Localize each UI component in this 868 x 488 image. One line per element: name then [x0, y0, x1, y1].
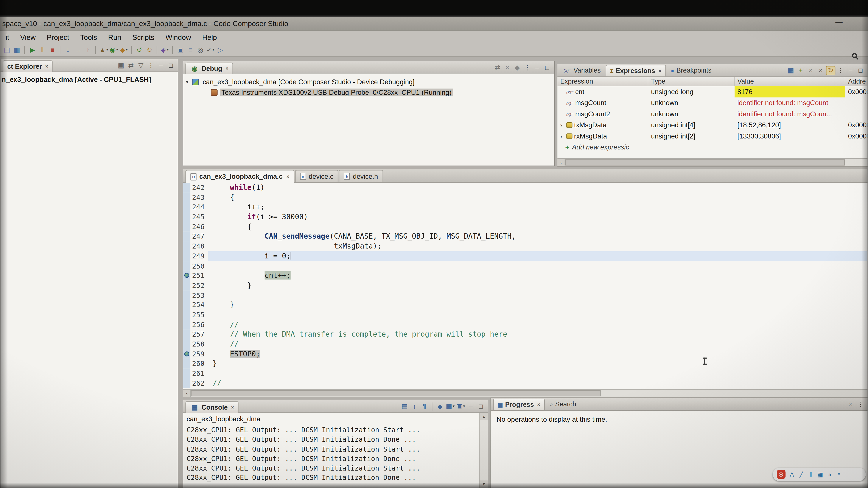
expressions-hscrollbar[interactable]: ‹ [557, 158, 867, 166]
code-line-247[interactable]: 247 CAN_sendMessage(CANA_BASE, TX_MSG_OB… [183, 232, 868, 241]
scroll-lock-icon[interactable]: ↕ [410, 402, 420, 411]
breakpoint-margin[interactable] [183, 330, 190, 339]
menu-it[interactable]: it [0, 32, 14, 42]
breakpoint-margin[interactable] [183, 290, 190, 300]
minimize-icon[interactable]: – [156, 61, 166, 70]
code-line-245[interactable]: 245 if(i >= 30000) [183, 212, 868, 222]
breakpoint-margin[interactable] [183, 192, 190, 202]
code-line-253[interactable]: 253 [183, 290, 868, 300]
code-line-249[interactable]: 249 i = 0; [183, 251, 868, 261]
menu-project[interactable]: Project [41, 32, 74, 42]
breakpoint-margin[interactable] [183, 222, 190, 232]
breakpoint-margin[interactable] [183, 261, 190, 271]
add-new-expression[interactable]: + Add new expressic [557, 142, 867, 151]
code-line-252[interactable]: 252 } [183, 281, 868, 290]
tab-expressions[interactable]: ΣExpressions× [606, 65, 666, 77]
breakpoint-margin[interactable] [183, 320, 190, 330]
close-icon[interactable]: × [537, 402, 540, 407]
suspend-icon[interactable]: ‖ [38, 45, 47, 55]
breakpoint-margin[interactable] [183, 359, 190, 368]
ime-skin-icon[interactable]: ◑ [826, 470, 833, 478]
ime-logo-icon[interactable]: S [777, 470, 785, 479]
ime-lang-icon[interactable]: A [788, 470, 796, 478]
pin-console-icon[interactable]: ◆ [435, 402, 445, 411]
expression-row-msgCount2[interactable]: (x)=msgCount2unknownidentifier not found… [557, 109, 867, 120]
open-console-icon[interactable]: ▣▾ [456, 402, 466, 411]
code-line-243[interactable]: 243 { [183, 192, 868, 202]
restart-icon[interactable]: ↺ [135, 45, 144, 55]
new-file-icon[interactable]: ▤ [2, 45, 12, 55]
code-line-262[interactable]: 262// [183, 378, 868, 388]
column-header-type[interactable]: Type [648, 77, 735, 86]
view-menu-icon[interactable]: ⋮ [523, 63, 532, 72]
pin-session-icon[interactable]: ✓▾ [206, 45, 215, 55]
close-icon[interactable]: × [225, 66, 228, 71]
tab-search[interactable]: ○Search [546, 399, 580, 409]
step-into-icon[interactable]: ↓ [63, 45, 72, 55]
menu-window[interactable]: Window [160, 32, 196, 42]
code-line-244[interactable]: 244 i++; [183, 202, 868, 212]
code-line-242[interactable]: 242 while(1) [183, 183, 868, 192]
tab-debug[interactable]: ◉ Debug × [185, 62, 233, 74]
maximize-icon[interactable]: □ [542, 63, 552, 72]
save-icon[interactable]: ▦ [12, 45, 22, 55]
code-line-254[interactable]: 254 } [183, 300, 868, 310]
pin-view-icon[interactable]: ◆ [513, 63, 522, 72]
maximize-icon[interactable]: □ [166, 61, 176, 70]
breakpoint-margin[interactable] [183, 232, 190, 241]
code-line-250[interactable]: 250 [183, 261, 868, 271]
code-editor[interactable]: 242 while(1)243 {244 i++;245 if(i >= 300… [183, 183, 868, 389]
column-header-addre[interactable]: Addre [845, 77, 868, 86]
scroll-left-icon[interactable]: ‹ [183, 390, 191, 397]
debug-tree-row[interactable]: ▾can_ex3_loopback_dma [Code Composer Stu… [184, 77, 553, 87]
scroll-down-icon[interactable]: ▾ [480, 481, 488, 488]
breakpoint-margin[interactable] [183, 251, 190, 261]
tab-variables[interactable]: (x)=Variables [560, 65, 604, 76]
collapse-all-icon[interactable]: ▣ [116, 61, 126, 70]
link-editor-icon[interactable]: ⇄ [126, 61, 136, 70]
breakpoint-margin[interactable] [183, 281, 190, 290]
minimize-icon[interactable]: – [533, 63, 542, 72]
display-selected-console-icon[interactable]: ▦▾ [445, 402, 455, 411]
filter-icon[interactable]: ▽ [136, 61, 146, 70]
code-line-246[interactable]: 246 { [183, 222, 868, 232]
scroll-left-icon[interactable]: ‹ [557, 159, 565, 166]
editor-tab-can_ex3_loopback_dma.c[interactable]: ccan_ex3_loopback_dma.c× [185, 170, 294, 183]
expression-row-rxMsgData[interactable]: ›rxMsgDataunsigned int[2][13330,30806]0x… [557, 131, 867, 142]
remove-expression-icon[interactable]: × [806, 66, 815, 75]
expression-row-cnt[interactable]: (x)=cntunsigned long81760x0000 [557, 86, 867, 97]
editor-tab-device.c[interactable]: cdevice.c [295, 170, 338, 182]
tab-progress[interactable]: ▣Progress× [493, 399, 545, 410]
ime-keyboard-icon[interactable]: ▦ [816, 470, 824, 478]
expression-row-msgCount[interactable]: (x)=msgCountunknownidentifier not found:… [557, 97, 867, 108]
close-icon[interactable]: × [231, 405, 234, 410]
breakpoint-margin[interactable] [183, 378, 190, 388]
flash-icon[interactable]: ◆▾ [119, 45, 129, 55]
ime-mic-icon[interactable]: ‖ [807, 470, 814, 478]
breakpoint-margin[interactable] [183, 212, 190, 222]
breakpoint-margin[interactable] [183, 271, 190, 280]
breakpoint-margin[interactable] [183, 349, 190, 359]
code-line-261[interactable]: 261 [183, 369, 868, 378]
ime-settings-icon[interactable]: * [835, 470, 842, 478]
breakpoint-icon[interactable] [184, 273, 189, 278]
column-header-expression[interactable]: Expression [557, 77, 648, 86]
remove-all-expressions-icon[interactable]: × [816, 66, 825, 75]
run-icon[interactable]: ▶ [28, 45, 37, 55]
maximize-icon[interactable]: □ [856, 66, 865, 75]
maximize-icon[interactable]: □ [476, 402, 486, 411]
view-menu-icon[interactable]: ⋮ [836, 66, 845, 75]
search-icon[interactable] [852, 53, 857, 58]
menu-tools[interactable]: Tools [75, 32, 102, 42]
code-line-260[interactable]: 260} [183, 359, 868, 368]
breakpoint-margin[interactable] [183, 183, 190, 192]
minimize-icon[interactable]: – [466, 402, 475, 411]
column-header-value[interactable]: Value [735, 77, 845, 86]
menu-view[interactable]: View [14, 32, 41, 42]
breakpoint-margin[interactable] [183, 310, 190, 319]
console-vscrollbar[interactable]: ▴ ▾ [479, 413, 488, 488]
watch-icon[interactable]: ◎ [195, 45, 205, 55]
word-wrap-icon[interactable]: ¶ [420, 402, 429, 411]
breakpoint-margin[interactable] [183, 339, 190, 349]
project-item[interactable]: n_ex3_loopback_dma [Active - CPU1_FLASH] [2, 76, 178, 84]
